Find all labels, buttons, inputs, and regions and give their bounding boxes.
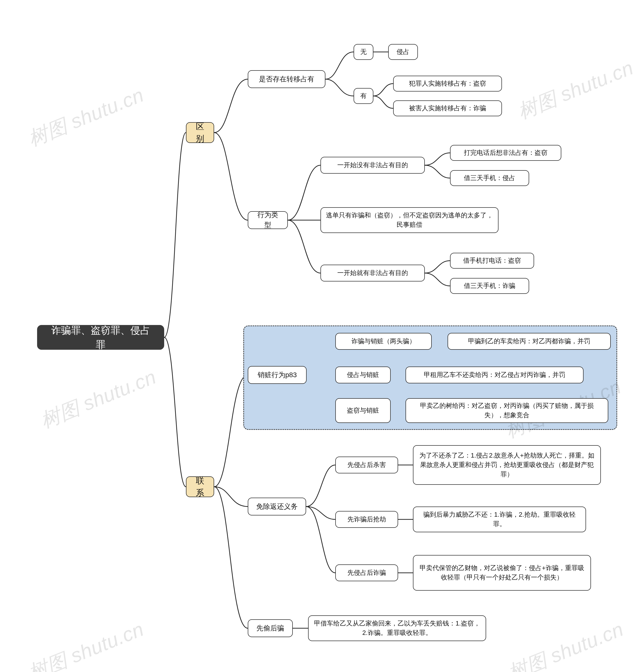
- node-fraud-rob-case[interactable]: 骗到后暴力威胁乙不还：1.诈骗，2.抢劫。重罪吸收轻罪。: [413, 506, 586, 532]
- node-exempt-return[interactable]: 免除返还义务: [248, 498, 306, 515]
- node-steal-fraud-case[interactable]: 甲借车给乙又从乙家偷回来，乙以为车丢失赔钱：1.盗窃，2.诈骗。重罪吸收轻罪。: [308, 615, 486, 641]
- node-fraud-fence-case[interactable]: 甲骗到乙的车卖给丙：对乙丙都诈骗，并罚: [447, 333, 611, 350]
- node-theft-fence-case[interactable]: 甲卖乙的树给丙：对乙盗窃，对丙诈骗（丙买了赃物，属于损失），想象竞合: [406, 398, 608, 423]
- node-borrow-phone-call[interactable]: 借手机打电话：盗窃: [450, 253, 534, 269]
- node-dine-dash[interactable]: 逃单只有诈骗和（盗窃），但不定盗窃因为逃单的太多了，民事赔偿: [320, 207, 498, 233]
- node-theft-fence[interactable]: 盗窃与销赃: [335, 398, 391, 423]
- node-steal-fraud[interactable]: 先偷后骗: [248, 619, 293, 637]
- node-borrow-3d-2[interactable]: 借三天手机：诈骗: [450, 278, 529, 294]
- node-no-intent[interactable]: 一开始没有非法占有目的: [320, 157, 425, 174]
- node-emb-kill[interactable]: 先侵占后杀害: [335, 457, 398, 473]
- node-lianxi[interactable]: 联系: [186, 476, 214, 497]
- node-fraud-rob[interactable]: 先诈骗后抢劫: [335, 511, 398, 528]
- node-emb-fence[interactable]: 侵占与销赃: [335, 366, 391, 383]
- node-emb-fraud-case[interactable]: 甲卖代保管的乙财物，对乙说被偷了：侵占+诈骗，重罪吸收轻罪（甲只有一个好处乙只有…: [413, 555, 591, 591]
- node-you[interactable]: 有: [354, 88, 373, 104]
- node-emb-fence-case[interactable]: 甲租用乙车不还卖给丙：对乙侵占对丙诈骗，并罚: [406, 366, 584, 383]
- node-fencing-p83[interactable]: 销赃行为p83: [248, 366, 307, 384]
- watermark: 树图 shutu.cn: [24, 82, 148, 152]
- node-has-intent[interactable]: 一开始就有非法占有目的: [320, 265, 425, 282]
- node-qinzhan-1[interactable]: 侵占: [388, 44, 418, 60]
- watermark: 树图 shutu.cn: [504, 616, 628, 672]
- root-node[interactable]: 诈骗罪、盗窃罪、侵占罪: [37, 325, 164, 350]
- node-wu[interactable]: 无: [354, 44, 373, 60]
- node-fraud-by-victim[interactable]: 被害人实施转移占有：诈骗: [393, 100, 502, 116]
- watermark: 树图 shutu.cn: [36, 364, 160, 435]
- node-theft-by-offender[interactable]: 犯罪人实施转移占有：盗窃: [393, 76, 502, 92]
- node-after-call[interactable]: 打完电话后想非法占有：盗窃: [450, 145, 561, 161]
- watermark: 树图 shutu.cn: [514, 55, 633, 125]
- node-behavior-type[interactable]: 行为类型: [248, 211, 288, 229]
- node-fraud-fence[interactable]: 诈骗与销赃（两头骗）: [335, 333, 432, 350]
- node-emb-kill-case[interactable]: 为了不还杀了乙：1.侵占2.故意杀人+抢劫致人死亡，择重。如果故意杀人更重和侵占…: [413, 445, 601, 485]
- node-borrow-3d-1[interactable]: 借三天手机：侵占: [450, 170, 529, 186]
- node-qubie[interactable]: 区别: [186, 122, 214, 143]
- watermark: 树图 shutu.cn: [24, 616, 148, 672]
- node-emb-fraud[interactable]: 先侵占后诈骗: [335, 565, 398, 581]
- node-transfer-possession[interactable]: 是否存在转移占有: [248, 70, 325, 88]
